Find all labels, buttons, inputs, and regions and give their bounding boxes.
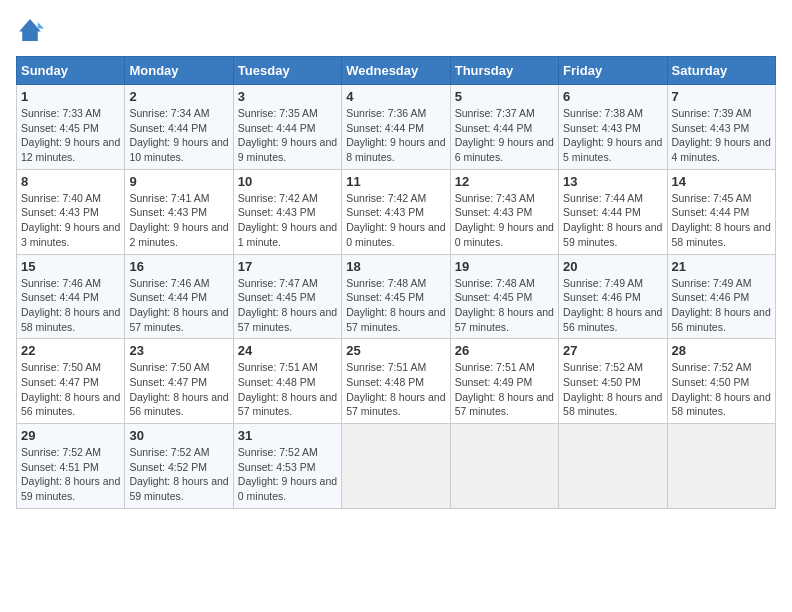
calendar-week-2: 8Sunrise: 7:40 AMSunset: 4:43 PMDaylight…: [17, 169, 776, 254]
day-info: Sunrise: 7:42 AMSunset: 4:43 PMDaylight:…: [238, 191, 337, 250]
calendar-day-5: 5Sunrise: 7:37 AMSunset: 4:44 PMDaylight…: [450, 85, 558, 170]
calendar-day-23: 23Sunrise: 7:50 AMSunset: 4:47 PMDayligh…: [125, 339, 233, 424]
day-info: Sunrise: 7:38 AMSunset: 4:43 PMDaylight:…: [563, 106, 662, 165]
calendar-day-9: 9Sunrise: 7:41 AMSunset: 4:43 PMDaylight…: [125, 169, 233, 254]
day-info: Sunrise: 7:52 AMSunset: 4:53 PMDaylight:…: [238, 445, 337, 504]
day-info: Sunrise: 7:41 AMSunset: 4:43 PMDaylight:…: [129, 191, 228, 250]
weekday-header-friday: Friday: [559, 57, 667, 85]
empty-cell: [559, 424, 667, 509]
day-info: Sunrise: 7:33 AMSunset: 4:45 PMDaylight:…: [21, 106, 120, 165]
day-number: 29: [21, 428, 120, 443]
day-info: Sunrise: 7:51 AMSunset: 4:48 PMDaylight:…: [238, 360, 337, 419]
day-number: 16: [129, 259, 228, 274]
calendar-day-10: 10Sunrise: 7:42 AMSunset: 4:43 PMDayligh…: [233, 169, 341, 254]
weekday-header-wednesday: Wednesday: [342, 57, 450, 85]
day-number: 26: [455, 343, 554, 358]
svg-marker-0: [19, 19, 41, 41]
logo: [16, 16, 48, 44]
day-info: Sunrise: 7:39 AMSunset: 4:43 PMDaylight:…: [672, 106, 771, 165]
calendar-day-3: 3Sunrise: 7:35 AMSunset: 4:44 PMDaylight…: [233, 85, 341, 170]
day-number: 22: [21, 343, 120, 358]
day-number: 15: [21, 259, 120, 274]
day-info: Sunrise: 7:51 AMSunset: 4:49 PMDaylight:…: [455, 360, 554, 419]
calendar-day-18: 18Sunrise: 7:48 AMSunset: 4:45 PMDayligh…: [342, 254, 450, 339]
calendar-day-2: 2Sunrise: 7:34 AMSunset: 4:44 PMDaylight…: [125, 85, 233, 170]
day-number: 21: [672, 259, 771, 274]
calendar-day-20: 20Sunrise: 7:49 AMSunset: 4:46 PMDayligh…: [559, 254, 667, 339]
day-number: 9: [129, 174, 228, 189]
day-number: 28: [672, 343, 771, 358]
day-number: 20: [563, 259, 662, 274]
day-info: Sunrise: 7:36 AMSunset: 4:44 PMDaylight:…: [346, 106, 445, 165]
weekday-header-sunday: Sunday: [17, 57, 125, 85]
calendar-day-27: 27Sunrise: 7:52 AMSunset: 4:50 PMDayligh…: [559, 339, 667, 424]
calendar-day-7: 7Sunrise: 7:39 AMSunset: 4:43 PMDaylight…: [667, 85, 775, 170]
day-info: Sunrise: 7:51 AMSunset: 4:48 PMDaylight:…: [346, 360, 445, 419]
day-info: Sunrise: 7:49 AMSunset: 4:46 PMDaylight:…: [563, 276, 662, 335]
day-info: Sunrise: 7:52 AMSunset: 4:50 PMDaylight:…: [672, 360, 771, 419]
day-info: Sunrise: 7:43 AMSunset: 4:43 PMDaylight:…: [455, 191, 554, 250]
calendar-day-31: 31Sunrise: 7:52 AMSunset: 4:53 PMDayligh…: [233, 424, 341, 509]
calendar-day-15: 15Sunrise: 7:46 AMSunset: 4:44 PMDayligh…: [17, 254, 125, 339]
calendar-day-13: 13Sunrise: 7:44 AMSunset: 4:44 PMDayligh…: [559, 169, 667, 254]
calendar-day-17: 17Sunrise: 7:47 AMSunset: 4:45 PMDayligh…: [233, 254, 341, 339]
calendar-week-3: 15Sunrise: 7:46 AMSunset: 4:44 PMDayligh…: [17, 254, 776, 339]
day-info: Sunrise: 7:49 AMSunset: 4:46 PMDaylight:…: [672, 276, 771, 335]
calendar-day-22: 22Sunrise: 7:50 AMSunset: 4:47 PMDayligh…: [17, 339, 125, 424]
calendar-table: SundayMondayTuesdayWednesdayThursdayFrid…: [16, 56, 776, 509]
day-number: 4: [346, 89, 445, 104]
day-number: 19: [455, 259, 554, 274]
day-info: Sunrise: 7:42 AMSunset: 4:43 PMDaylight:…: [346, 191, 445, 250]
day-number: 13: [563, 174, 662, 189]
weekday-header-tuesday: Tuesday: [233, 57, 341, 85]
day-number: 12: [455, 174, 554, 189]
day-number: 5: [455, 89, 554, 104]
weekday-header-saturday: Saturday: [667, 57, 775, 85]
calendar-day-30: 30Sunrise: 7:52 AMSunset: 4:52 PMDayligh…: [125, 424, 233, 509]
calendar-week-1: 1Sunrise: 7:33 AMSunset: 4:45 PMDaylight…: [17, 85, 776, 170]
day-info: Sunrise: 7:50 AMSunset: 4:47 PMDaylight:…: [21, 360, 120, 419]
day-number: 27: [563, 343, 662, 358]
day-info: Sunrise: 7:47 AMSunset: 4:45 PMDaylight:…: [238, 276, 337, 335]
day-number: 11: [346, 174, 445, 189]
calendar-day-1: 1Sunrise: 7:33 AMSunset: 4:45 PMDaylight…: [17, 85, 125, 170]
day-info: Sunrise: 7:52 AMSunset: 4:50 PMDaylight:…: [563, 360, 662, 419]
calendar-day-29: 29Sunrise: 7:52 AMSunset: 4:51 PMDayligh…: [17, 424, 125, 509]
weekday-header-thursday: Thursday: [450, 57, 558, 85]
day-number: 18: [346, 259, 445, 274]
day-number: 31: [238, 428, 337, 443]
empty-cell: [342, 424, 450, 509]
day-number: 8: [21, 174, 120, 189]
calendar-day-28: 28Sunrise: 7:52 AMSunset: 4:50 PMDayligh…: [667, 339, 775, 424]
calendar-day-6: 6Sunrise: 7:38 AMSunset: 4:43 PMDaylight…: [559, 85, 667, 170]
weekday-header-monday: Monday: [125, 57, 233, 85]
calendar-day-16: 16Sunrise: 7:46 AMSunset: 4:44 PMDayligh…: [125, 254, 233, 339]
day-number: 24: [238, 343, 337, 358]
day-number: 17: [238, 259, 337, 274]
day-number: 25: [346, 343, 445, 358]
day-info: Sunrise: 7:46 AMSunset: 4:44 PMDaylight:…: [21, 276, 120, 335]
calendar-day-26: 26Sunrise: 7:51 AMSunset: 4:49 PMDayligh…: [450, 339, 558, 424]
day-info: Sunrise: 7:44 AMSunset: 4:44 PMDaylight:…: [563, 191, 662, 250]
calendar-day-25: 25Sunrise: 7:51 AMSunset: 4:48 PMDayligh…: [342, 339, 450, 424]
day-info: Sunrise: 7:52 AMSunset: 4:52 PMDaylight:…: [129, 445, 228, 504]
day-info: Sunrise: 7:35 AMSunset: 4:44 PMDaylight:…: [238, 106, 337, 165]
day-number: 30: [129, 428, 228, 443]
day-info: Sunrise: 7:46 AMSunset: 4:44 PMDaylight:…: [129, 276, 228, 335]
day-info: Sunrise: 7:34 AMSunset: 4:44 PMDaylight:…: [129, 106, 228, 165]
day-number: 3: [238, 89, 337, 104]
calendar-day-24: 24Sunrise: 7:51 AMSunset: 4:48 PMDayligh…: [233, 339, 341, 424]
calendar-week-4: 22Sunrise: 7:50 AMSunset: 4:47 PMDayligh…: [17, 339, 776, 424]
day-number: 6: [563, 89, 662, 104]
day-number: 1: [21, 89, 120, 104]
logo-icon: [16, 16, 44, 44]
day-info: Sunrise: 7:48 AMSunset: 4:45 PMDaylight:…: [455, 276, 554, 335]
day-number: 2: [129, 89, 228, 104]
calendar-week-5: 29Sunrise: 7:52 AMSunset: 4:51 PMDayligh…: [17, 424, 776, 509]
day-number: 14: [672, 174, 771, 189]
calendar-day-19: 19Sunrise: 7:48 AMSunset: 4:45 PMDayligh…: [450, 254, 558, 339]
empty-cell: [450, 424, 558, 509]
day-info: Sunrise: 7:48 AMSunset: 4:45 PMDaylight:…: [346, 276, 445, 335]
calendar-day-4: 4Sunrise: 7:36 AMSunset: 4:44 PMDaylight…: [342, 85, 450, 170]
calendar-day-12: 12Sunrise: 7:43 AMSunset: 4:43 PMDayligh…: [450, 169, 558, 254]
